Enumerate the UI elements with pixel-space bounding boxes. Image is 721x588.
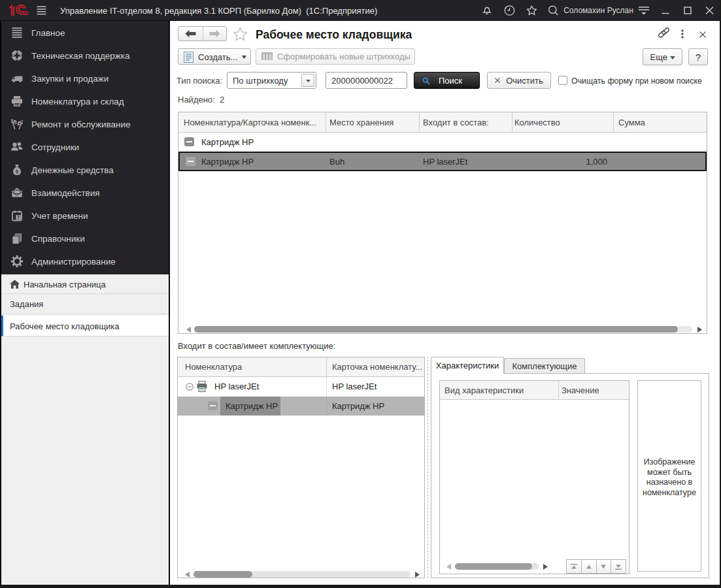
svg-text:7: 7 (17, 214, 20, 220)
svg-text:$: $ (16, 169, 19, 174)
